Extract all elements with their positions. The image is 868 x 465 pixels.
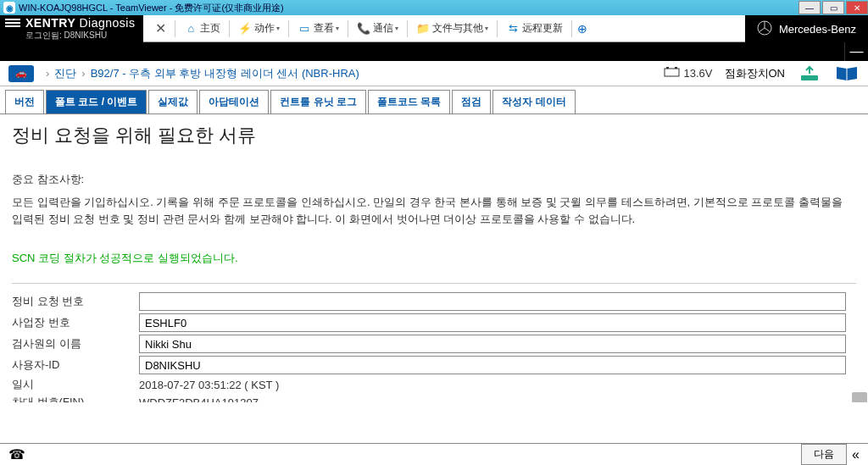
tv-files-button[interactable]: 📁文件与其他▾ xyxy=(409,15,495,42)
hamburger-icon[interactable] xyxy=(5,17,20,29)
form-label: 사업장 번호 xyxy=(12,315,139,330)
reference-heading: 중요 참조사항: xyxy=(12,172,856,187)
form-input[interactable] xyxy=(139,356,846,374)
svg-rect-1 xyxy=(665,69,679,76)
tab-version[interactable]: 버전 xyxy=(5,90,44,113)
tv-comm-button[interactable]: 📞通信▾ xyxy=(350,15,405,42)
window-controls: — ▭ ✕ xyxy=(797,1,868,14)
form-input[interactable] xyxy=(139,313,846,332)
teamviewer-toolbar: XENTRY Diagnosis 로그인됨: D8NIKSHU ✕ ⌂主页 ⚡动… xyxy=(0,15,868,42)
next-button[interactable]: 다음 xyxy=(801,444,847,465)
form-value: 2018-07-27 03:51:22 ( KST ) xyxy=(139,379,856,391)
page-title: 정비 요청을 위해 필요한 서류 xyxy=(12,123,856,148)
svg-rect-4 xyxy=(801,75,818,80)
form-label: 정비 요청 번호 xyxy=(12,294,139,309)
teamviewer-menu: ✕ ⌂主页 ⚡动作▾ ▭查看▾ 📞通信▾ 📁文件与其他▾ ⇆远程更新 ⊕ xyxy=(143,15,745,42)
tv-home-button[interactable]: ⌂主页 xyxy=(177,15,227,42)
form-row: 사용자-ID xyxy=(12,356,856,374)
content-area: 정비 요청을 위해 필요한 서류 중요 참조사항: 모든 입력란을 기입하십시오… xyxy=(0,114,868,402)
tabs: 버전 폴트 코드 / 이벤트 실제값 아답테이션 컨트롤 유닛 로그 폴트코드 … xyxy=(0,86,868,114)
form-label: 일시 xyxy=(12,377,139,392)
teamviewer-titlebar: ◉ WIN-KOAJQ98HGCL - TeamViewer - 免费许可证(仅… xyxy=(0,0,868,15)
folder-icon: 📁 xyxy=(416,22,430,36)
manual-button[interactable] xyxy=(834,64,860,84)
tab-fault-codes[interactable]: 폴트 코드 / 이벤트 xyxy=(46,90,147,113)
app-minimize-button[interactable]: — xyxy=(844,42,868,61)
maximize-button[interactable]: ▭ xyxy=(822,1,844,14)
minimize-button[interactable]: — xyxy=(798,1,821,14)
export-button[interactable] xyxy=(797,64,822,84)
battery-status: 13.6V xyxy=(664,67,713,80)
form-row: 일시2018-07-27 03:51:22 ( KST ) xyxy=(12,377,856,392)
form-label: 검사원의 이름 xyxy=(12,336,139,352)
tab-control-unit-log[interactable]: 컨트롤 유닛 로그 xyxy=(270,90,366,113)
success-message: SCN 코딩 절차가 성공적으로 실행되었습니다. xyxy=(12,251,856,266)
home-icon: ⌂ xyxy=(184,22,198,36)
breadcrumb-diag[interactable]: 진단 xyxy=(54,66,76,81)
scrollbar-thumb[interactable] xyxy=(852,392,867,402)
teamviewer-icon: ◉ xyxy=(3,2,15,14)
tab-author-data[interactable]: 작성자 데이터 xyxy=(492,90,575,113)
mercedes-logo-icon xyxy=(757,20,772,38)
breadcrumb-code[interactable]: B92/7 - 우측 외부 후방 내장형 레이더 센서 (NBR-HRA) xyxy=(91,66,359,81)
form-label: 사용자-ID xyxy=(12,357,139,373)
tv-actions-button[interactable]: ⚡动作▾ xyxy=(231,15,287,42)
instructions-paragraph: 모든 입력란을 기입하십시오. 기록을 위해 주문 프로토콜을 인쇄하십시오. … xyxy=(12,194,856,227)
form-input[interactable] xyxy=(139,335,846,353)
tv-view-button[interactable]: ▭查看▾ xyxy=(291,15,346,42)
tv-remote-button[interactable]: ⇆远程更新 xyxy=(499,15,570,42)
form-row: 사업장 번호 xyxy=(12,313,856,332)
tv-add-button[interactable]: ⊕ xyxy=(577,22,587,36)
view-icon: ▭ xyxy=(298,22,311,36)
form-row: 차대 번호(FIN)WDDZF3DB4HA191307 xyxy=(12,395,856,402)
bolt-icon: ⚡ xyxy=(238,22,252,36)
login-label: 로그인됨: D8NIKSHU xyxy=(25,30,135,42)
tv-close-session-button[interactable]: ✕ xyxy=(148,20,173,36)
tab-adaptation[interactable]: 아답테이션 xyxy=(199,90,269,113)
phone-icon: 📞 xyxy=(357,22,370,36)
vehicle-icon[interactable]: 🚗 xyxy=(8,65,34,82)
form-row: 검사원의 이름 xyxy=(12,335,856,353)
expand-arrow-icon[interactable]: « xyxy=(852,447,860,462)
tab-actual-values[interactable]: 실제값 xyxy=(148,90,198,113)
sync-icon: ⇆ xyxy=(506,22,520,36)
svg-rect-3 xyxy=(675,67,677,69)
brand-diagnosis: Diagnosis xyxy=(79,16,135,30)
battery-icon xyxy=(664,67,681,80)
brand-xentry: XENTRY xyxy=(25,16,75,30)
tab-fault-code-list[interactable]: 폴트코드 목록 xyxy=(368,90,450,113)
mercedes-brand: Mercedes-Benz xyxy=(745,15,868,42)
tab-inspection[interactable]: 점검 xyxy=(452,90,491,113)
app-top-strip: — xyxy=(0,42,868,61)
phone-icon[interactable]: ☎ xyxy=(8,446,25,462)
form-label: 차대 번호(FIN) xyxy=(12,395,139,402)
svg-rect-2 xyxy=(666,67,669,69)
ignition-status: 점화장치ON xyxy=(725,66,786,81)
divider xyxy=(12,283,856,284)
close-button[interactable]: ✕ xyxy=(846,1,868,14)
form-row: 정비 요청 번호 xyxy=(12,292,856,311)
window-title: WIN-KOAJQ98HGCL - TeamViewer - 免费许可证(仅非商… xyxy=(19,2,284,14)
form-value: WDDZF3DB4HA191307 xyxy=(139,396,856,403)
xentry-brand-area: XENTRY Diagnosis 로그인됨: D8NIKSHU xyxy=(0,15,143,42)
form-input[interactable] xyxy=(139,292,846,311)
breadcrumb-bar: 🚗 › 진단 › B92/7 - 우측 외부 후방 내장형 레이더 센서 (NB… xyxy=(0,61,868,86)
footer-bar: ☎ 다음 « xyxy=(0,443,868,465)
